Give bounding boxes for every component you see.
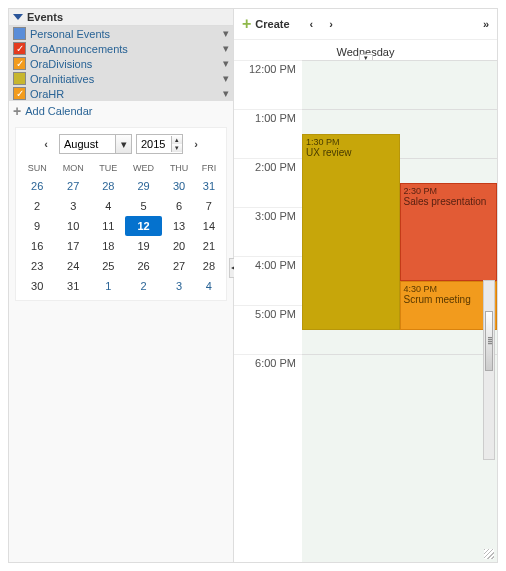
mini-cal-day[interactable]: 27 <box>54 176 92 196</box>
mini-cal-day[interactable]: 18 <box>92 236 124 256</box>
mini-cal-day[interactable]: 19 <box>125 236 163 256</box>
calendar-checkbox[interactable]: ✓ <box>13 57 26 70</box>
mini-cal-day[interactable]: 25 <box>92 256 124 276</box>
mini-cal-day[interactable]: 28 <box>196 256 222 276</box>
add-calendar[interactable]: + Add Calendar <box>9 101 233 121</box>
events-header[interactable]: Events <box>9 9 233 26</box>
resize-grip-icon[interactable] <box>484 549 494 559</box>
calendar-event[interactable]: 1:30 PMUX review <box>302 134 400 330</box>
mini-cal-day[interactable]: 30 <box>162 176 195 196</box>
calendar-menu-icon[interactable]: ▾ <box>223 88 229 99</box>
mini-cal-day[interactable]: 12 <box>125 216 163 236</box>
mini-cal-day[interactable]: 4 <box>196 276 222 296</box>
time-label: 4:00 PM <box>234 256 302 305</box>
mini-cal-day[interactable]: 26 <box>125 256 163 276</box>
mini-cal-dow: FRI <box>196 160 222 176</box>
plus-icon: + <box>242 15 251 33</box>
mini-cal-day[interactable]: 16 <box>20 236 54 256</box>
mini-cal-day[interactable]: 29 <box>125 176 163 196</box>
mini-cal-day[interactable]: 27 <box>162 256 195 276</box>
next-month-button[interactable]: › <box>187 135 205 153</box>
mini-cal-day[interactable]: 24 <box>54 256 92 276</box>
mini-cal-dow: TUE <box>92 160 124 176</box>
next-day-button[interactable]: › <box>329 18 333 30</box>
mini-calendar-grid: SUNMONTUEWEDTHUFRI 262728293031234567910… <box>20 160 222 296</box>
event-title: Scrum meeting <box>404 294 494 305</box>
mini-cal-day[interactable]: 14 <box>196 216 222 236</box>
time-label: 12:00 PM <box>234 60 302 109</box>
calendar-label[interactable]: OraDivisions <box>30 58 223 70</box>
time-slot[interactable] <box>302 354 497 403</box>
mini-calendar: ‹ ▾ ▴ ▾ › SUNMONTUEWEDTHUF <box>15 127 227 301</box>
mini-cal-dow: SUN <box>20 160 54 176</box>
mini-cal-dow: WED <box>125 160 163 176</box>
calendar-checkbox[interactable]: ✓ <box>13 42 26 55</box>
event-time: 4:30 PM <box>404 284 494 294</box>
calendar-event[interactable]: 2:30 PMSales presentation <box>400 183 498 281</box>
month-dropdown-icon[interactable]: ▾ <box>115 135 131 153</box>
mini-cal-day[interactable]: 2 <box>20 196 54 216</box>
time-slot[interactable] <box>302 60 497 109</box>
mini-cal-day[interactable]: 2 <box>125 276 163 296</box>
time-label: 1:00 PM <box>234 109 302 158</box>
calendar-menu-icon[interactable]: ▾ <box>223 73 229 84</box>
calendar-label[interactable]: OraAnnouncements <box>30 43 223 55</box>
calendar-label[interactable]: OraHR <box>30 88 223 100</box>
mini-cal-day[interactable]: 5 <box>125 196 163 216</box>
calendar-checkbox[interactable]: ✓ <box>13 87 26 100</box>
time-label: 5:00 PM <box>234 305 302 354</box>
mini-cal-day[interactable]: 20 <box>162 236 195 256</box>
mini-cal-day[interactable]: 9 <box>20 216 54 236</box>
calendar-item[interactable]: ✓OraAnnouncements▾ <box>9 41 233 56</box>
calendar-menu-icon[interactable]: ▾ <box>223 43 229 54</box>
prev-day-button[interactable]: ‹ <box>310 18 314 30</box>
prev-month-button[interactable]: ‹ <box>37 135 55 153</box>
mini-cal-day[interactable]: 3 <box>162 276 195 296</box>
mini-cal-day[interactable]: 31 <box>196 176 222 196</box>
calendar-label[interactable]: OraInitiatives <box>30 73 223 85</box>
year-select[interactable]: ▴ ▾ <box>136 134 183 154</box>
mini-cal-day[interactable]: 4 <box>92 196 124 216</box>
scrollbar-grip-icon <box>488 337 492 345</box>
calendar-checkbox[interactable] <box>13 72 26 85</box>
mini-cal-day[interactable]: 3 <box>54 196 92 216</box>
add-calendar-label: Add Calendar <box>25 105 92 117</box>
calendar-item[interactable]: OraInitiatives▾ <box>9 71 233 86</box>
month-select[interactable]: ▾ <box>59 134 132 154</box>
calendar-menu-icon[interactable]: ▾ <box>223 28 229 39</box>
mini-cal-dow: THU <box>162 160 195 176</box>
year-down-icon[interactable]: ▾ <box>172 144 182 152</box>
mini-cal-dow: MON <box>54 160 92 176</box>
create-button[interactable]: + Create <box>242 15 290 33</box>
year-up-icon[interactable]: ▴ <box>172 136 182 144</box>
calendar-item[interactable]: ✓OraHR▾ <box>9 86 233 101</box>
mini-cal-day[interactable]: 13 <box>162 216 195 236</box>
scrollbar[interactable] <box>483 280 495 460</box>
create-label: Create <box>255 18 289 30</box>
year-input[interactable] <box>137 136 171 152</box>
mini-cal-day[interactable]: 7 <box>196 196 222 216</box>
calendar-item[interactable]: ✓OraDivisions▾ <box>9 56 233 71</box>
mini-cal-day[interactable]: 30 <box>20 276 54 296</box>
calendar-menu-icon[interactable]: ▾ <box>223 58 229 69</box>
collapse-icon <box>13 14 23 20</box>
calendar-checkbox[interactable] <box>13 27 26 40</box>
mini-cal-day[interactable]: 26 <box>20 176 54 196</box>
time-label: 3:00 PM <box>234 207 302 256</box>
mini-cal-day[interactable]: 28 <box>92 176 124 196</box>
mini-cal-day[interactable]: 10 <box>54 216 92 236</box>
mini-cal-day[interactable]: 17 <box>54 236 92 256</box>
mini-cal-day[interactable]: 21 <box>196 236 222 256</box>
mini-cal-day[interactable]: 31 <box>54 276 92 296</box>
plus-icon: + <box>13 103 21 119</box>
more-button[interactable]: » <box>483 18 489 30</box>
mini-cal-day[interactable]: 23 <box>20 256 54 276</box>
mini-cal-day[interactable]: 11 <box>92 216 124 236</box>
calendar-label[interactable]: Personal Events <box>30 28 223 40</box>
calendar-item[interactable]: Personal Events▾ <box>9 26 233 41</box>
mini-cal-day[interactable]: 6 <box>162 196 195 216</box>
events-title: Events <box>27 11 63 23</box>
scrollbar-thumb[interactable] <box>485 311 493 371</box>
month-input[interactable] <box>60 136 115 152</box>
mini-cal-day[interactable]: 1 <box>92 276 124 296</box>
